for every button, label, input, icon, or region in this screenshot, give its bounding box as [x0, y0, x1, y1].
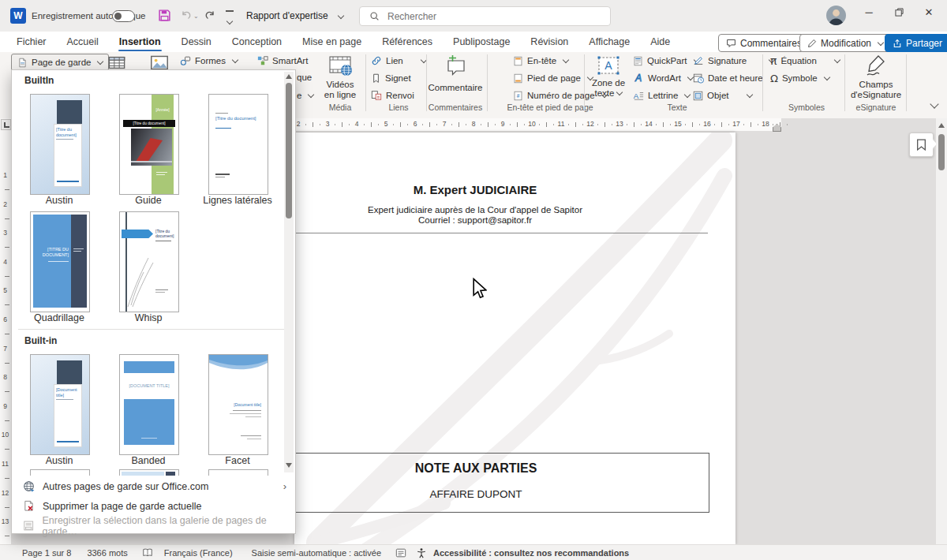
capture-label-fragment[interactable]: e — [297, 88, 313, 103]
bookmark-navigation-button[interactable] — [909, 133, 934, 157]
esignature-fields-button[interactable]: Champsd'eSignature — [848, 54, 904, 100]
minimize-button[interactable]: ─ — [854, 0, 884, 24]
footer-label: Pied de page — [527, 73, 581, 83]
group-label-media: Média — [329, 103, 352, 112]
gallery-scroll-up[interactable] — [286, 74, 292, 79]
cover-thumb-partial-1[interactable] — [30, 469, 90, 476]
cover-thumb-austin2[interactable]: [Document title] — [30, 354, 90, 455]
cover-thumb-guide[interactable]: [Année] [Titre du document] — [119, 94, 179, 195]
cover-thumb-banded[interactable]: [DOCUMENT TITLE] — [119, 354, 179, 455]
proofing-icon[interactable] — [142, 547, 153, 558]
cover-thumb-partial-2[interactable] — [119, 469, 179, 476]
images-icon[interactable] — [150, 55, 169, 70]
symbol-button[interactable]: Ω Symbole — [770, 71, 829, 85]
editing-mode-button[interactable]: Modification — [799, 34, 891, 52]
document-title[interactable]: Rapport d'expertise — [246, 10, 328, 21]
smartart-button[interactable]: SmartArt — [257, 54, 308, 68]
graphique-label-fragment[interactable]: que — [297, 73, 312, 82]
tab-conception[interactable]: Conception — [222, 32, 292, 52]
editing-button-label: Modification — [821, 38, 871, 49]
object-button[interactable]: Objet — [693, 88, 752, 103]
cross-reference-button[interactable]: Renvoi — [371, 88, 414, 103]
tab-references[interactable]: Références — [372, 32, 443, 52]
vertical-ruler[interactable]: 12345678910111213 — [0, 118, 11, 544]
gallery-section-builtin: BuiltIn — [24, 75, 54, 86]
tab-fichier[interactable]: Fichier — [6, 32, 57, 52]
autocomplete-status[interactable]: Saisie semi-automatique : activée — [252, 548, 381, 558]
svg-text:A: A — [634, 73, 642, 84]
equation-button[interactable]: π Équation — [770, 54, 840, 68]
vertical-scrollbar[interactable] — [936, 118, 947, 544]
group-divider — [844, 54, 845, 111]
tab-accueil[interactable]: Accueil — [57, 32, 109, 52]
word-count[interactable]: 3366 mots — [87, 548, 127, 558]
redo-icon[interactable] — [204, 9, 216, 22]
save-icon[interactable] — [158, 9, 171, 22]
qat-customize-icon[interactable] — [226, 10, 234, 27]
gallery-scroll-down[interactable] — [286, 463, 292, 468]
cover-thumb-whisp[interactable]: [Titre du document] — [119, 211, 179, 312]
new-comment-button[interactable]: Commentaire — [427, 55, 484, 93]
tab-dessin[interactable]: Dessin — [171, 32, 222, 52]
esignature-pen-icon — [863, 54, 889, 77]
lettrine-label: Lettrine — [648, 91, 678, 100]
page-indicator[interactable]: Page 1 sur 8 — [22, 548, 71, 558]
cover-page-button[interactable]: Page de garde — [11, 54, 109, 71]
close-button[interactable]: ✕ — [914, 0, 944, 24]
smartart-label: SmartArt — [272, 56, 308, 65]
quickpart-icon — [633, 56, 643, 66]
dropcap-button[interactable]: A Lettrine — [633, 88, 690, 103]
text-box-button[interactable]: A Zone detexte — [586, 55, 631, 99]
cover-thumb-quadrillage[interactable]: [TITRE DU DOCUMENT] — [30, 211, 90, 312]
search-box[interactable] — [359, 6, 611, 26]
tab-affichage[interactable]: Affichage — [578, 32, 640, 52]
tab-mise-en-page[interactable]: Mise en page — [292, 32, 372, 52]
tab-publipostage[interactable]: Publipostage — [443, 32, 520, 52]
online-videos-button[interactable]: Vidéosen ligne — [316, 55, 364, 100]
header-button[interactable]: En-tête — [513, 54, 568, 68]
horizontal-ruler[interactable]: 23456789101112131415161718 — [268, 118, 781, 131]
scroll-up-arrow[interactable] — [938, 123, 945, 128]
accessibility-status[interactable]: Accessibilité : consultez nos recommanda… — [433, 548, 629, 558]
table-icon[interactable] — [108, 56, 125, 69]
tab-insertion[interactable]: Insertion — [109, 32, 171, 52]
shapes-icon — [180, 55, 191, 66]
tab-revision[interactable]: Révision — [520, 32, 578, 52]
date-time-button[interactable]: Date et heure — [693, 71, 763, 85]
menu-delete-cover-page[interactable]: Supprimer la page de garde actuelle — [12, 496, 294, 516]
signature-icon — [693, 55, 704, 66]
undo-icon — [180, 9, 193, 22]
maximize-button[interactable] — [884, 0, 914, 24]
date-time-icon — [693, 73, 704, 84]
title-chevron-icon[interactable] — [338, 13, 344, 19]
pencil-icon — [807, 39, 817, 48]
cover-thumb-facet[interactable]: [Document title] — [208, 354, 268, 455]
collapse-ribbon-icon[interactable] — [930, 99, 938, 108]
shapes-button[interactable]: Formes — [180, 54, 238, 68]
autocomplete-icon[interactable] — [395, 547, 406, 558]
language-indicator[interactable]: Français (France) — [164, 548, 233, 558]
bookmark-button[interactable]: Signet — [371, 71, 411, 85]
undo-chevron-icon[interactable]: ⌄ — [193, 13, 199, 20]
search-input[interactable] — [386, 10, 586, 23]
cover-thumb-partial-3[interactable] — [208, 469, 268, 476]
footer-button[interactable]: Pied de page — [513, 71, 593, 85]
cover-thumb-austin[interactable]: [Titre du document] — [30, 94, 90, 195]
autosave-toggle[interactable] — [112, 10, 135, 22]
tab-aide[interactable]: Aide — [640, 32, 680, 52]
scrollbar-thumb[interactable] — [938, 134, 945, 170]
gallery-scrollbar[interactable] — [284, 72, 294, 472]
renvoi-label: Renvoi — [386, 91, 414, 100]
wordart-button[interactable]: A WordArt — [633, 71, 693, 85]
accessibility-icon[interactable] — [416, 547, 427, 558]
menu-more-cover-pages[interactable]: Autres pages de garde sur Office.com › — [12, 476, 294, 496]
avatar[interactable] — [826, 6, 846, 25]
link-button[interactable]: Lien — [371, 54, 426, 68]
cover-thumb-lignes-laterales[interactable]: [Titre du document] — [208, 94, 268, 195]
gallery-scroll-thumb[interactable] — [286, 83, 292, 218]
document-page[interactable]: M. Expert JUDICIAIRE Expert judiciaire a… — [294, 133, 736, 544]
share-button[interactable]: Partager — [885, 34, 947, 52]
comments-button[interactable]: Commentaires — [718, 34, 810, 52]
quickpart-button[interactable]: QuickPart — [633, 54, 699, 68]
menu-save-label: Enregistrer la sélection dans la galerie… — [42, 515, 294, 537]
